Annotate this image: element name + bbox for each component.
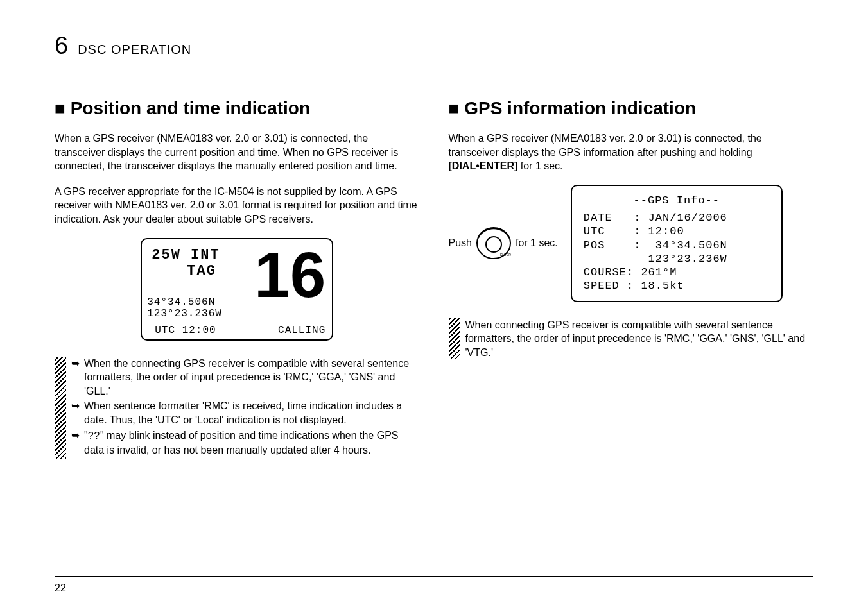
note-content: When the connecting GPS receiver is comp… (71, 357, 420, 459)
lcd-title: --GPS Info-- (584, 194, 770, 207)
lcd-display-gps-info: --GPS Info-- DATE : JAN/16/2006 UTC : 12… (571, 185, 783, 302)
body-paragraph: When a GPS receiver (NMEA0183 ver. 2.0 o… (55, 132, 420, 173)
lcd-display-position: 25W INT TAG 16 34°34.506N 123°23.236W UT… (141, 238, 333, 341)
lcd-row-pos2: 123°23.236W (584, 252, 770, 266)
chapter-number: 6 (55, 32, 68, 60)
lcd-position: 34°34.506N 123°23.236W (147, 296, 222, 320)
lcd-row-pos: POS : 34°34.506N (584, 239, 770, 252)
left-column: ■ Position and time indication When a GP… (55, 98, 420, 459)
body-paragraph: When a GPS receiver (NMEA0183 ver. 2.0 o… (449, 132, 814, 173)
push-label: Push (449, 237, 472, 249)
dial-icon: ENTER (476, 225, 512, 261)
lcd-row-course: COURSE: 261°M (584, 266, 770, 279)
right-column: ■ GPS information indication When a GPS … (449, 98, 814, 459)
note-text: When connecting GPS receiver is compatib… (465, 318, 814, 360)
hatch-border-icon (449, 318, 460, 360)
section-heading-position-time: ■ Position and time indication (55, 98, 420, 119)
note-item: When the connecting GPS receiver is comp… (71, 357, 420, 398)
section-heading-gps-info: ■ GPS information indication (449, 98, 814, 119)
page-number: 22 (55, 582, 66, 594)
chapter-header: 6 DSC OPERATION (55, 32, 813, 60)
key-label: [DIAL•ENTER] (449, 160, 518, 171)
note-question-marks: ?? (88, 430, 100, 442)
lcd-lat: 34°34.506N (147, 296, 222, 308)
lcd-channel-number: 16 (254, 246, 326, 303)
content-columns: ■ Position and time indication When a GP… (55, 98, 813, 459)
hatch-border-icon (55, 357, 66, 459)
note-block: When connecting GPS receiver is compatib… (449, 318, 814, 360)
body-text: for 1 sec. (517, 160, 562, 171)
footer-divider (55, 576, 813, 577)
for-sec-label: for 1 sec. (516, 237, 558, 249)
lcd-utc: UTC 12:00 (155, 325, 216, 336)
note-text: " may blink instead of position and time… (84, 430, 399, 456)
svg-point-1 (486, 237, 501, 252)
chapter-title: DSC OPERATION (78, 42, 191, 57)
lcd-calling: CALLING (278, 325, 326, 336)
note-block: When the connecting GPS receiver is comp… (55, 357, 420, 459)
lcd-row-speed: SPEED : 18.5kt (584, 279, 770, 293)
note-item: "??" may blink instead of position and t… (71, 429, 420, 457)
body-paragraph: A GPS receiver appropriate for the IC-M5… (55, 185, 420, 226)
lcd-row-utc: UTC : 12:00 (584, 225, 770, 238)
note-content: When connecting GPS receiver is compatib… (465, 318, 814, 360)
enter-label: ENTER (500, 253, 511, 257)
dial-block: Push ENTER for 1 sec. (449, 225, 558, 261)
note-item: When sentence formatter 'RMC' is receive… (71, 399, 420, 427)
dial-instruction-row: Push ENTER for 1 sec. --GPS Info-- DATE … (449, 185, 814, 302)
lcd-row-date: DATE : JAN/16/2006 (584, 211, 770, 225)
body-text: When a GPS receiver (NMEA0183 ver. 2.0 o… (449, 133, 762, 158)
lcd-lon: 123°23.236W (147, 308, 222, 319)
